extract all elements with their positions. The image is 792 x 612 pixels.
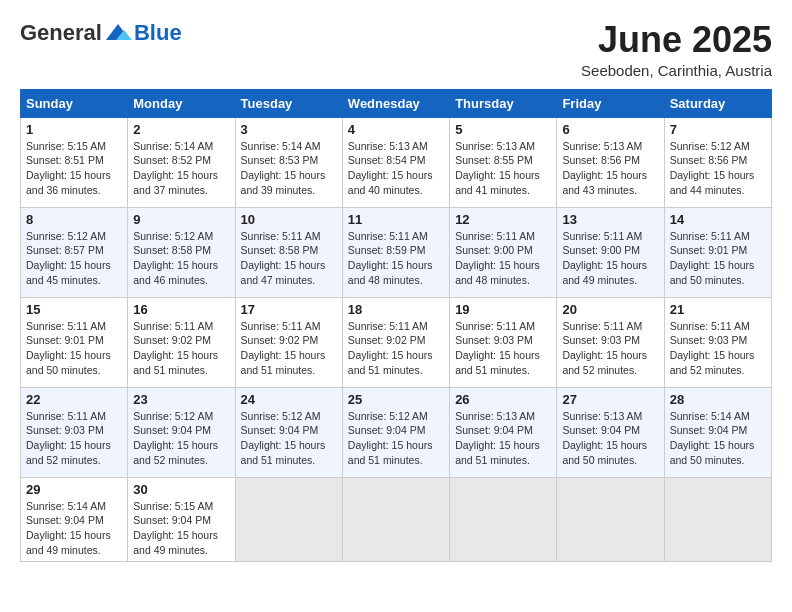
daylight-label: Daylight: 15 hours and 48 minutes. — [348, 259, 433, 286]
calendar-cell: 13 Sunrise: 5:11 AM Sunset: 9:00 PM Dayl… — [557, 207, 664, 297]
col-wednesday: Wednesday — [342, 89, 449, 117]
daylight-label: Daylight: 15 hours and 49 minutes. — [26, 529, 111, 556]
daylight-label: Daylight: 15 hours and 51 minutes. — [241, 349, 326, 376]
day-info: Sunrise: 5:12 AM Sunset: 8:57 PM Dayligh… — [26, 229, 122, 288]
calendar-week-row: 1 Sunrise: 5:15 AM Sunset: 8:51 PM Dayli… — [21, 117, 772, 207]
sunset-label: Sunset: 9:01 PM — [670, 244, 748, 256]
day-info: Sunrise: 5:11 AM Sunset: 9:03 PM Dayligh… — [562, 319, 658, 378]
sunrise-label: Sunrise: 5:13 AM — [562, 410, 642, 422]
day-info: Sunrise: 5:12 AM Sunset: 8:58 PM Dayligh… — [133, 229, 229, 288]
day-number: 11 — [348, 212, 444, 227]
calendar-week-row: 8 Sunrise: 5:12 AM Sunset: 8:57 PM Dayli… — [21, 207, 772, 297]
sunset-label: Sunset: 8:59 PM — [348, 244, 426, 256]
logo: General Blue — [20, 20, 182, 46]
day-number: 22 — [26, 392, 122, 407]
daylight-label: Daylight: 15 hours and 48 minutes. — [455, 259, 540, 286]
logo-blue-text: Blue — [134, 20, 182, 46]
sunrise-label: Sunrise: 5:11 AM — [26, 410, 106, 422]
sunrise-label: Sunrise: 5:15 AM — [26, 140, 106, 152]
sunrise-label: Sunrise: 5:11 AM — [455, 230, 535, 242]
calendar-cell: 30 Sunrise: 5:15 AM Sunset: 9:04 PM Dayl… — [128, 477, 235, 562]
calendar-cell: 27 Sunrise: 5:13 AM Sunset: 9:04 PM Dayl… — [557, 387, 664, 477]
day-info: Sunrise: 5:14 AM Sunset: 8:52 PM Dayligh… — [133, 139, 229, 198]
day-number: 12 — [455, 212, 551, 227]
day-info: Sunrise: 5:11 AM Sunset: 8:58 PM Dayligh… — [241, 229, 337, 288]
daylight-label: Daylight: 15 hours and 51 minutes. — [348, 439, 433, 466]
day-number: 5 — [455, 122, 551, 137]
sunrise-label: Sunrise: 5:12 AM — [241, 410, 321, 422]
day-number: 18 — [348, 302, 444, 317]
calendar-cell: 17 Sunrise: 5:11 AM Sunset: 9:02 PM Dayl… — [235, 297, 342, 387]
calendar-cell — [664, 477, 771, 562]
day-info: Sunrise: 5:11 AM Sunset: 9:00 PM Dayligh… — [455, 229, 551, 288]
calendar-cell: 21 Sunrise: 5:11 AM Sunset: 9:03 PM Dayl… — [664, 297, 771, 387]
title-block: June 2025 Seeboden, Carinthia, Austria — [581, 20, 772, 79]
sunset-label: Sunset: 9:00 PM — [455, 244, 533, 256]
calendar-cell — [450, 477, 557, 562]
sunset-label: Sunset: 9:04 PM — [133, 424, 211, 436]
day-info: Sunrise: 5:11 AM Sunset: 9:02 PM Dayligh… — [133, 319, 229, 378]
calendar-cell: 12 Sunrise: 5:11 AM Sunset: 9:00 PM Dayl… — [450, 207, 557, 297]
location-text: Seeboden, Carinthia, Austria — [581, 62, 772, 79]
day-number: 8 — [26, 212, 122, 227]
daylight-label: Daylight: 15 hours and 40 minutes. — [348, 169, 433, 196]
day-info: Sunrise: 5:11 AM Sunset: 9:03 PM Dayligh… — [455, 319, 551, 378]
day-number: 30 — [133, 482, 229, 497]
sunrise-label: Sunrise: 5:15 AM — [133, 500, 213, 512]
daylight-label: Daylight: 15 hours and 49 minutes. — [133, 529, 218, 556]
calendar-table: Sunday Monday Tuesday Wednesday Thursday… — [20, 89, 772, 563]
day-number: 19 — [455, 302, 551, 317]
sunrise-label: Sunrise: 5:14 AM — [26, 500, 106, 512]
calendar-cell: 25 Sunrise: 5:12 AM Sunset: 9:04 PM Dayl… — [342, 387, 449, 477]
sunset-label: Sunset: 9:04 PM — [670, 424, 748, 436]
calendar-cell: 15 Sunrise: 5:11 AM Sunset: 9:01 PM Dayl… — [21, 297, 128, 387]
calendar-cell: 19 Sunrise: 5:11 AM Sunset: 9:03 PM Dayl… — [450, 297, 557, 387]
day-number: 25 — [348, 392, 444, 407]
calendar-cell — [235, 477, 342, 562]
calendar-cell: 14 Sunrise: 5:11 AM Sunset: 9:01 PM Dayl… — [664, 207, 771, 297]
calendar-cell — [342, 477, 449, 562]
page-header: General Blue June 2025 Seeboden, Carinth… — [20, 20, 772, 79]
calendar-cell: 16 Sunrise: 5:11 AM Sunset: 9:02 PM Dayl… — [128, 297, 235, 387]
sunset-label: Sunset: 9:04 PM — [133, 514, 211, 526]
daylight-label: Daylight: 15 hours and 44 minutes. — [670, 169, 755, 196]
day-info: Sunrise: 5:11 AM Sunset: 9:02 PM Dayligh… — [241, 319, 337, 378]
daylight-label: Daylight: 15 hours and 50 minutes. — [670, 259, 755, 286]
daylight-label: Daylight: 15 hours and 39 minutes. — [241, 169, 326, 196]
sunrise-label: Sunrise: 5:11 AM — [348, 320, 428, 332]
day-number: 14 — [670, 212, 766, 227]
sunrise-label: Sunrise: 5:11 AM — [562, 230, 642, 242]
sunset-label: Sunset: 8:54 PM — [348, 154, 426, 166]
day-number: 28 — [670, 392, 766, 407]
logo-icon — [104, 22, 132, 44]
sunrise-label: Sunrise: 5:11 AM — [241, 230, 321, 242]
sunset-label: Sunset: 8:56 PM — [670, 154, 748, 166]
calendar-cell: 9 Sunrise: 5:12 AM Sunset: 8:58 PM Dayli… — [128, 207, 235, 297]
sunset-label: Sunset: 9:02 PM — [348, 334, 426, 346]
daylight-label: Daylight: 15 hours and 51 minutes. — [133, 349, 218, 376]
day-number: 29 — [26, 482, 122, 497]
day-number: 26 — [455, 392, 551, 407]
daylight-label: Daylight: 15 hours and 36 minutes. — [26, 169, 111, 196]
day-info: Sunrise: 5:11 AM Sunset: 9:01 PM Dayligh… — [670, 229, 766, 288]
day-info: Sunrise: 5:14 AM Sunset: 9:04 PM Dayligh… — [670, 409, 766, 468]
sunrise-label: Sunrise: 5:13 AM — [562, 140, 642, 152]
day-info: Sunrise: 5:15 AM Sunset: 8:51 PM Dayligh… — [26, 139, 122, 198]
daylight-label: Daylight: 15 hours and 52 minutes. — [133, 439, 218, 466]
sunrise-label: Sunrise: 5:11 AM — [348, 230, 428, 242]
daylight-label: Daylight: 15 hours and 41 minutes. — [455, 169, 540, 196]
daylight-label: Daylight: 15 hours and 45 minutes. — [26, 259, 111, 286]
daylight-label: Daylight: 15 hours and 51 minutes. — [455, 439, 540, 466]
sunset-label: Sunset: 8:51 PM — [26, 154, 104, 166]
day-info: Sunrise: 5:14 AM Sunset: 9:04 PM Dayligh… — [26, 499, 122, 558]
sunrise-label: Sunrise: 5:13 AM — [348, 140, 428, 152]
logo-general-text: General — [20, 20, 102, 46]
calendar-week-row: 15 Sunrise: 5:11 AM Sunset: 9:01 PM Dayl… — [21, 297, 772, 387]
calendar-cell: 20 Sunrise: 5:11 AM Sunset: 9:03 PM Dayl… — [557, 297, 664, 387]
day-info: Sunrise: 5:13 AM Sunset: 8:55 PM Dayligh… — [455, 139, 551, 198]
day-number: 16 — [133, 302, 229, 317]
day-info: Sunrise: 5:14 AM Sunset: 8:53 PM Dayligh… — [241, 139, 337, 198]
sunset-label: Sunset: 8:55 PM — [455, 154, 533, 166]
col-saturday: Saturday — [664, 89, 771, 117]
calendar-cell: 22 Sunrise: 5:11 AM Sunset: 9:03 PM Dayl… — [21, 387, 128, 477]
